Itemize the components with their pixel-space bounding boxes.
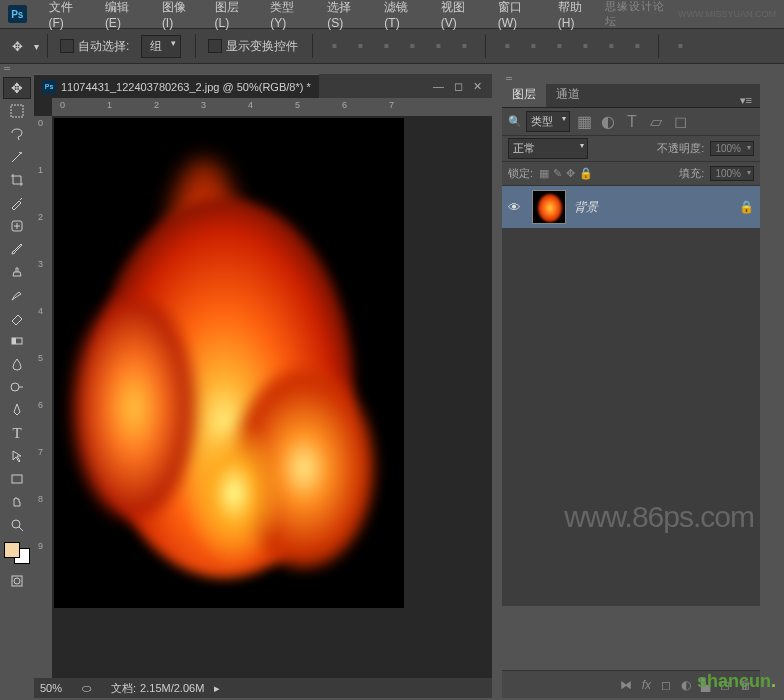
canvas-viewport[interactable] <box>52 116 492 678</box>
layer-mask-icon[interactable]: ◻ <box>661 678 671 692</box>
menu-image[interactable]: 图像(I) <box>152 0 205 30</box>
layer-lock-icon: 🔒 <box>739 200 754 214</box>
move-tool[interactable]: ✥ <box>3 77 31 99</box>
blend-mode-row: 正常 不透明度: 100% <box>502 136 760 162</box>
menu-layer[interactable]: 图层(L) <box>205 0 261 30</box>
menu-view[interactable]: 视图(V) <box>431 0 488 30</box>
align-hcenter-icon[interactable]: ▪ <box>427 35 449 57</box>
distribute-hcenter-icon[interactable]: ▪ <box>600 35 622 57</box>
auto-select-checkbox[interactable] <box>60 39 74 53</box>
vertical-ruler[interactable]: 0123456789 <box>34 116 52 678</box>
filter-shape-icon[interactable]: ▱ <box>646 113 666 131</box>
panels-area: 图层 通道 ▾≡ 🔍 类型 ▦ ◐ T ▱ ◻ 正常 不透明度: 100% 锁定… <box>502 74 760 698</box>
horizontal-ruler[interactable]: 01234567 <box>52 98 492 116</box>
filter-pixel-icon[interactable]: ▦ <box>574 113 594 131</box>
blend-mode-dropdown[interactable]: 正常 <box>508 138 588 159</box>
show-transform-label: 显示变换控件 <box>226 38 298 55</box>
auto-select-label: 自动选择: <box>78 38 129 55</box>
filter-type-dropdown[interactable]: 类型 <box>526 111 570 132</box>
menu-edit[interactable]: 编辑(E) <box>95 0 152 30</box>
eraser-tool[interactable] <box>3 307 31 329</box>
opacity-value[interactable]: 100% <box>710 141 754 156</box>
layers-list: 👁 背景 🔒 <box>502 186 760 606</box>
history-brush-tool[interactable] <box>3 284 31 306</box>
layer-name[interactable]: 背景 <box>574 199 598 216</box>
menu-help[interactable]: 帮助(H) <box>548 0 606 30</box>
layer-fx-icon[interactable]: fx <box>642 678 651 692</box>
align-right-icon[interactable]: ▪ <box>453 35 475 57</box>
panel-grip[interactable] <box>0 64 784 74</box>
menu-select[interactable]: 选择(S) <box>317 0 374 30</box>
gradient-tool[interactable] <box>3 330 31 352</box>
panel-grip[interactable] <box>502 74 760 84</box>
magic-wand-tool[interactable] <box>3 146 31 168</box>
filter-type-icon[interactable]: T <box>622 113 642 131</box>
distribute-vcenter-icon[interactable]: ▪ <box>522 35 544 57</box>
layer-item-background[interactable]: 👁 背景 🔒 <box>502 186 760 228</box>
blur-tool[interactable] <box>3 353 31 375</box>
adjustment-layer-icon[interactable]: ◐ <box>681 678 691 692</box>
lock-transparency-icon[interactable]: ▦ <box>539 167 549 180</box>
align-top-icon[interactable]: ▪ <box>323 35 345 57</box>
svg-rect-4 <box>12 338 16 344</box>
color-swatches[interactable] <box>4 542 30 564</box>
menu-filter[interactable]: 滤镜(T) <box>374 0 430 30</box>
options-bar: ✥ ▾ 自动选择: 组 显示变换控件 ▪ ▪ ▪ ▪ ▪ ▪ ▪ ▪ ▪ ▪ ▪… <box>0 28 784 64</box>
svg-point-7 <box>12 520 20 528</box>
filter-smart-icon[interactable]: ◻ <box>670 113 690 131</box>
align-left-icon[interactable]: ▪ <box>401 35 423 57</box>
fill-value[interactable]: 100% <box>710 166 754 181</box>
brush-tool[interactable] <box>3 238 31 260</box>
align-vcenter-icon[interactable]: ▪ <box>349 35 371 57</box>
eyedropper-tool[interactable] <box>3 192 31 214</box>
document-tab-bar: Ps 11074431_122403780263_2.jpg @ 50%(RGB… <box>34 74 492 98</box>
distribute-right-icon[interactable]: ▪ <box>626 35 648 57</box>
menu-window[interactable]: 窗口(W) <box>488 0 548 30</box>
pen-tool[interactable] <box>3 399 31 421</box>
align-bottom-icon[interactable]: ▪ <box>375 35 397 57</box>
menu-type[interactable]: 类型(Y) <box>260 0 317 30</box>
crop-tool[interactable] <box>3 169 31 191</box>
quickmask-tool[interactable] <box>3 570 31 592</box>
foreground-color-swatch[interactable] <box>4 542 20 558</box>
watermark-86ps: www.86ps.com <box>564 500 754 534</box>
document-tab[interactable]: Ps 11074431_122403780263_2.jpg @ 50%(RGB… <box>34 74 319 98</box>
photoshop-logo-icon: Ps <box>8 5 27 23</box>
distribute-left-icon[interactable]: ▪ <box>574 35 596 57</box>
type-tool[interactable]: T <box>3 422 31 444</box>
menu-bar: Ps 文件(F) 编辑(E) 图像(I) 图层(L) 类型(Y) 选择(S) 滤… <box>0 0 784 28</box>
svg-point-5 <box>11 383 19 391</box>
hand-tool[interactable] <box>3 491 31 513</box>
auto-align-icon[interactable]: ▪ <box>669 35 691 57</box>
healing-brush-tool[interactable] <box>3 215 31 237</box>
visibility-icon[interactable]: 👁 <box>508 200 524 215</box>
rectangle-tool[interactable] <box>3 468 31 490</box>
close-button[interactable]: ✕ <box>473 80 482 93</box>
dodge-tool[interactable] <box>3 376 31 398</box>
tool-preset-dropdown[interactable]: ▾ <box>34 41 39 52</box>
tab-layers[interactable]: 图层 <box>502 82 546 107</box>
menu-file[interactable]: 文件(F) <box>39 0 95 30</box>
auto-select-dropdown[interactable]: 组 <box>141 35 181 58</box>
zoom-tool[interactable] <box>3 514 31 536</box>
lock-pixels-icon[interactable]: ✎ <box>553 167 562 180</box>
lock-all-icon[interactable]: 🔒 <box>579 167 593 180</box>
minimize-button[interactable]: — <box>433 80 444 93</box>
maximize-button[interactable]: ◻ <box>454 80 463 93</box>
marquee-tool[interactable] <box>3 100 31 122</box>
tab-channels[interactable]: 通道 <box>546 82 590 107</box>
layer-thumbnail[interactable] <box>532 190 566 224</box>
distribute-top-icon[interactable]: ▪ <box>496 35 518 57</box>
zoom-level[interactable]: 50% <box>40 682 62 694</box>
lock-position-icon[interactable]: ✥ <box>566 167 575 180</box>
distribute-bottom-icon[interactable]: ▪ <box>548 35 570 57</box>
move-tool-icon: ✥ <box>8 37 26 55</box>
show-transform-checkbox[interactable] <box>208 39 222 53</box>
filter-adjustment-icon[interactable]: ◐ <box>598 113 618 131</box>
clone-stamp-tool[interactable] <box>3 261 31 283</box>
lasso-tool[interactable] <box>3 123 31 145</box>
link-layers-icon[interactable]: ⧓ <box>620 678 632 692</box>
panel-menu-icon[interactable]: ▾≡ <box>732 94 760 107</box>
path-selection-tool[interactable] <box>3 445 31 467</box>
svg-point-1 <box>20 152 22 154</box>
